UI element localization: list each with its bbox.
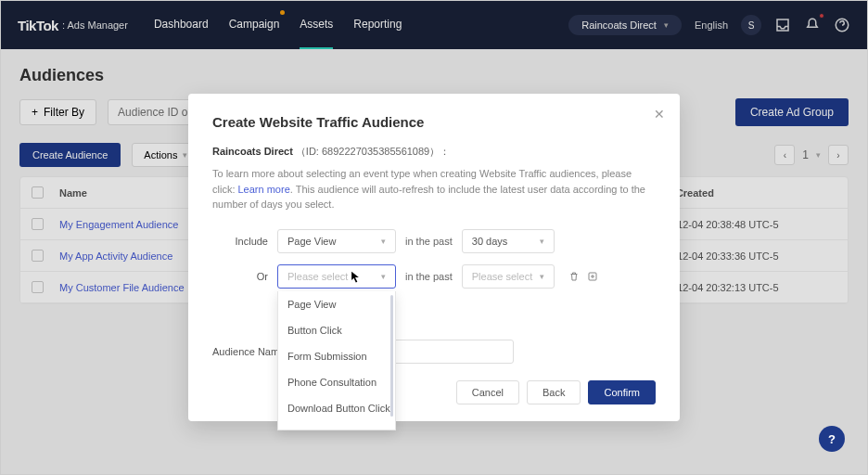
chevron-down-icon: ▾ bbox=[381, 272, 386, 281]
event-dropdown: Page View Button Click Form Submission P… bbox=[277, 291, 396, 430]
in-past-label: in the past bbox=[405, 271, 453, 282]
account-info: Raincoats Direct （ID: 689222703538556108… bbox=[212, 145, 656, 159]
placeholder-text: Please select bbox=[472, 271, 532, 282]
create-audience-modal: ✕ Create Website Traffic Audience Rainco… bbox=[188, 94, 680, 421]
or-days-select[interactable]: Please select▾ bbox=[462, 264, 555, 289]
modal-overlay: ✕ Create Website Traffic Audience Rainco… bbox=[1, 1, 867, 474]
dropdown-option[interactable]: Page View bbox=[278, 291, 395, 317]
in-past-label: in the past bbox=[405, 236, 453, 247]
chevron-down-icon: ▾ bbox=[540, 237, 544, 246]
cursor-icon bbox=[351, 271, 360, 284]
dropdown-option[interactable]: Button Click bbox=[278, 317, 395, 343]
include-label: Include bbox=[212, 236, 268, 247]
event-select[interactable]: Page View▾ bbox=[277, 229, 396, 253]
dropdown-option[interactable]: Phone Consultation bbox=[278, 369, 395, 395]
event-value: Page View bbox=[287, 236, 336, 247]
learn-more-link[interactable]: Learn more bbox=[238, 184, 290, 195]
delete-row-icon[interactable] bbox=[568, 270, 581, 283]
dropdown-option[interactable]: Form Submission bbox=[278, 343, 395, 369]
placeholder-text: Please select bbox=[287, 271, 348, 282]
scrollbar[interactable] bbox=[390, 295, 393, 417]
modal-title: Create Website Traffic Audience bbox=[212, 114, 656, 130]
confirm-button[interactable]: Confirm bbox=[588, 380, 656, 404]
dropdown-option[interactable]: Complete Payment bbox=[278, 421, 395, 430]
help-fab[interactable]: ? bbox=[819, 426, 845, 452]
dropdown-option[interactable]: Download Button Click bbox=[278, 395, 395, 421]
cancel-button[interactable]: Cancel bbox=[456, 380, 519, 404]
or-label: Or bbox=[212, 271, 268, 282]
account-id: 6892227035385561089 bbox=[322, 146, 429, 157]
days-value: 30 days bbox=[472, 236, 508, 247]
account-name-text: Raincoats Direct bbox=[212, 146, 293, 157]
back-button[interactable]: Back bbox=[527, 380, 581, 404]
or-event-select[interactable]: Please select▾ Page View Button Click Fo… bbox=[277, 264, 396, 289]
days-select[interactable]: 30 days▾ bbox=[462, 229, 555, 253]
chevron-down-icon: ▾ bbox=[381, 237, 386, 246]
add-row-icon[interactable] bbox=[586, 270, 599, 283]
chevron-down-icon: ▾ bbox=[540, 272, 544, 281]
close-icon[interactable]: ✕ bbox=[654, 107, 665, 122]
modal-description: To learn more about selecting an event t… bbox=[212, 166, 656, 212]
